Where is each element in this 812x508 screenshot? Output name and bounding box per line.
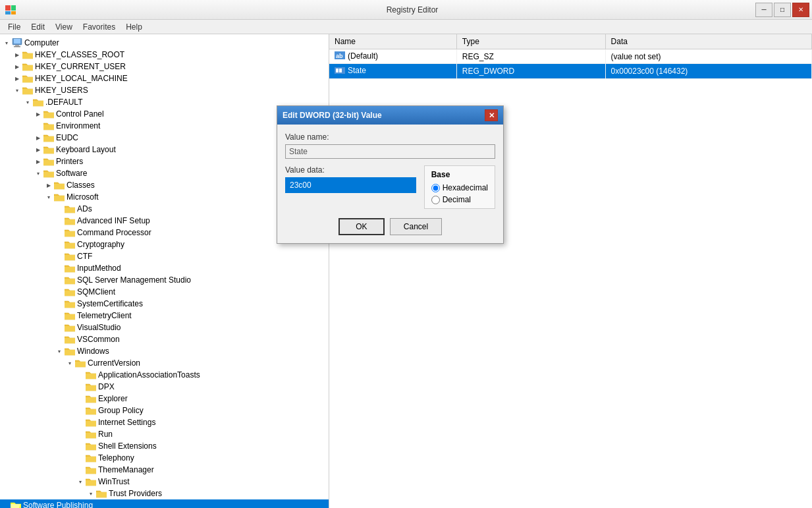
maximize-button[interactable]: □: [774, 3, 791, 17]
tree-item-windows[interactable]: ▾ Windows: [0, 345, 329, 357]
tree-label-apptoasts: ApplicationAssociationToasts: [98, 370, 200, 380]
folder-icon-hklm: [22, 74, 33, 83]
dialog-value-row: Value data: Base Hexadecimal Decimal: [285, 165, 495, 209]
minimize-button[interactable]: ─: [755, 3, 772, 17]
tree-label-softwarepublishing: Software Publishing: [23, 501, 93, 508]
radio-hexadecimal[interactable]: Hexadecimal: [431, 183, 488, 192]
value-data-label: Value data:: [285, 165, 416, 175]
expand-btn-keyboardlayout[interactable]: ▶: [33, 144, 43, 155]
ok-button[interactable]: OK: [338, 218, 385, 235]
tree-label-controlpanel: Control Panel: [56, 109, 104, 119]
expand-btn-software[interactable]: ▾: [33, 168, 43, 179]
col-data: Data: [605, 34, 811, 49]
expand-btn-default[interactable]: ▾: [22, 97, 33, 107]
menu-favorites[interactable]: Favorites: [78, 21, 121, 33]
folder-icon-software: [43, 169, 54, 178]
folder-icon-systemcerts: [65, 299, 75, 308]
expand-btn-trustproviders[interactable]: ▾: [86, 488, 96, 499]
tree-label-hkcu: HKEY_CURRENT_USER: [35, 62, 126, 71]
tree-item-sqmclient[interactable]: SQMClient: [0, 286, 329, 298]
svg-rect-6: [15, 45, 19, 46]
tree-label-dpx: DPX: [98, 382, 115, 391]
app-title: Registry Editor: [18, 5, 807, 14]
expand-btn-printers[interactable]: ▶: [33, 156, 43, 167]
tree-item-vscommon[interactable]: VSCommon: [0, 333, 329, 345]
decimal-label: Decimal: [443, 195, 471, 204]
dialog-close-button[interactable]: ✕: [485, 109, 498, 121]
folder-icon-explorer: [86, 394, 96, 403]
value-data-input[interactable]: [285, 177, 416, 193]
tree-label-environment: Environment: [56, 121, 100, 130]
tree-item-telemetry[interactable]: TelemetryClient: [0, 310, 329, 322]
tree-label-run: Run: [98, 430, 113, 439]
expand-btn-computer[interactable]: ▾: [1, 38, 12, 48]
svg-rect-1: [11, 5, 16, 11]
tree-label-ads: ADs: [77, 204, 92, 213]
svg-rect-5: [14, 39, 20, 43]
expand-btn-currentversion[interactable]: ▾: [65, 358, 75, 368]
tree-item-hklm[interactable]: ▶ HKEY_LOCAL_MACHINE: [0, 72, 329, 84]
tree-item-thememanager[interactable]: ThemeManager: [0, 464, 329, 476]
hexadecimal-label: Hexadecimal: [443, 183, 488, 192]
tree-item-sqlserver[interactable]: SQL Server Management Studio: [0, 274, 329, 286]
svg-rect-0: [5, 5, 11, 11]
expand-btn-wintrust[interactable]: ▾: [75, 476, 86, 487]
tree-label-hklm: HKEY_LOCAL_MACHINE: [35, 74, 128, 83]
tree-item-telephony[interactable]: Telephony: [0, 452, 329, 464]
tree-label-telephony: Telephony: [98, 453, 134, 463]
tree-label-printers: Printers: [56, 157, 83, 166]
tree-item-apptoasts[interactable]: ApplicationAssociationToasts: [0, 369, 329, 381]
expand-btn-microsoft[interactable]: ▾: [43, 192, 54, 202]
tree-item-hkcr[interactable]: ▶ HKEY_CLASSES_ROOT: [0, 49, 329, 61]
tree-item-inputmethod[interactable]: InputMethod: [0, 262, 329, 274]
menu-view[interactable]: View: [50, 21, 78, 33]
tree-item-hku[interactable]: ▾ HKEY_USERS: [0, 84, 329, 96]
cell-name: State: [329, 64, 456, 78]
expand-btn-classes[interactable]: ▶: [43, 180, 54, 190]
folder-icon-hkcu: [22, 62, 33, 71]
tree-item-internetsettings[interactable]: Internet Settings: [0, 416, 329, 428]
tree-item-shellextensions[interactable]: Shell Extensions: [0, 440, 329, 452]
expand-btn-eudc[interactable]: ▶: [33, 132, 43, 143]
menu-help[interactable]: Help: [121, 21, 148, 33]
radio-decimal[interactable]: Decimal: [431, 195, 488, 204]
tree-item-currentversion[interactable]: ▾ CurrentVersion: [0, 357, 329, 369]
menu-file[interactable]: File: [3, 21, 26, 33]
tree-item-systemcerts[interactable]: SystemCertificates: [0, 298, 329, 310]
hexadecimal-radio[interactable]: [431, 184, 440, 192]
tree-item-grouppolicy[interactable]: Group Policy: [0, 405, 329, 416]
tree-item-run[interactable]: Run: [0, 428, 329, 440]
value-name-input: [285, 144, 495, 159]
table-row[interactable]: ab(Default)REG_SZ(value not set): [329, 49, 812, 64]
svg-rect-11: [336, 69, 338, 72]
cell-type: REG_SZ: [456, 49, 605, 64]
decimal-radio[interactable]: [431, 196, 440, 204]
table-row[interactable]: StateREG_DWORD0x00023c00 (146432): [329, 64, 812, 78]
expand-btn-hklm[interactable]: ▶: [12, 73, 22, 84]
tree-item-dpx[interactable]: DPX: [0, 381, 329, 393]
expand-btn-hkcr[interactable]: ▶: [12, 49, 22, 60]
tree-item-computer[interactable]: ▾ Computer: [0, 37, 329, 49]
edit-dword-dialog: Edit DWORD (32-bit) Value ✕ Value name: …: [277, 105, 504, 244]
tree-item-hkcu[interactable]: ▶ HKEY_CURRENT_USER: [0, 61, 329, 72]
cancel-button[interactable]: Cancel: [390, 218, 442, 235]
menu-edit[interactable]: Edit: [26, 21, 50, 33]
expand-btn-windows[interactable]: ▾: [54, 346, 65, 356]
tree-item-wintrust[interactable]: ▾ WinTrust: [0, 476, 329, 488]
reg-sz-icon: ab: [335, 51, 345, 61]
tree-item-ctf[interactable]: CTF: [0, 250, 329, 262]
tree-item-visualstudio[interactable]: VisualStudio: [0, 322, 329, 333]
tree-label-shellextensions: Shell Extensions: [98, 441, 157, 451]
expand-btn-hkcu[interactable]: ▶: [12, 61, 22, 72]
tree-item-softwarepublishing[interactable]: Software Publishing: [0, 499, 329, 508]
folder-icon-thememanager: [86, 465, 96, 474]
tree-item-trustproviders[interactable]: ▾ Trust Providers: [0, 488, 329, 499]
tree-label-grouppolicy: Group Policy: [98, 406, 144, 415]
expand-btn-hku[interactable]: ▾: [12, 85, 22, 96]
svg-rect-12: [339, 69, 342, 72]
expand-btn-controlpanel[interactable]: ▶: [33, 109, 43, 119]
folder-icon-ctf: [65, 252, 75, 261]
tree-item-explorer[interactable]: Explorer: [0, 393, 329, 405]
close-button[interactable]: ✕: [792, 3, 809, 17]
svg-rect-3: [11, 11, 16, 14]
